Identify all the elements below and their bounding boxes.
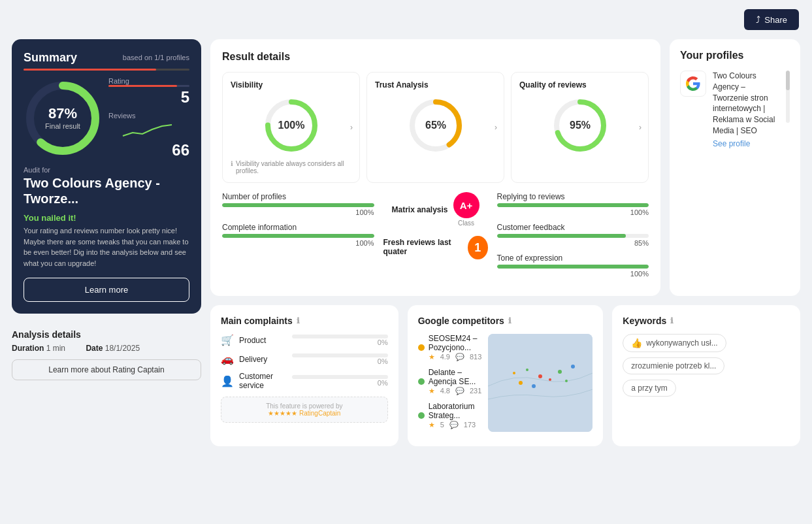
analysis-details: Analysis details Duration 1 min Date 18/…	[12, 329, 201, 380]
tone-expression-metric: Tone of expression 100%	[497, 254, 649, 278]
keyword-2-text: zrozumienie potrzeb kl...	[631, 361, 716, 370]
share-button[interactable]: Share	[744, 9, 799, 30]
competitor-3-review-icon: 💬	[449, 421, 459, 429]
donut-percent: 87%	[45, 105, 80, 122]
reviews-label: Reviews	[108, 112, 189, 120]
trust-chevron-icon[interactable]: ›	[495, 123, 497, 132]
svg-text:95%: 95%	[569, 120, 590, 131]
visibility-circle: 100%	[262, 96, 321, 155]
analysis-meta: Duration 1 min Date 18/1/2025	[12, 344, 201, 353]
analysis-title: Analysis details	[12, 329, 201, 340]
product-label: Product	[239, 336, 287, 345]
competitor-1-meta: ★ 4.9 💬 813	[429, 353, 482, 361]
replying-reviews-label: Replying to reviews	[497, 192, 649, 201]
matrix-class: Class	[453, 220, 479, 227]
bottom-row: Main complaints ℹ 🛒 Product 0% 🚗 Deliver…	[210, 305, 800, 446]
competitor-2-meta: ★ 4.8 💬 231	[429, 387, 482, 395]
delivery-label: Delivery	[239, 355, 287, 364]
reviews-value: 66	[108, 141, 189, 159]
duration-label: Duration 1 min	[12, 344, 74, 353]
svg-point-12	[538, 374, 542, 378]
keyword-1: 👍 wykonywanych usł...	[623, 334, 726, 352]
svg-point-20	[526, 368, 528, 371]
main-layout: Summary based on 1/1 profiles 87% Final …	[0, 39, 812, 458]
top-bar: Share	[0, 0, 812, 39]
donut-label: Final result	[45, 122, 80, 131]
learn-more-button[interactable]: Learn more	[24, 278, 189, 302]
fresh-reviews-value: 1	[468, 236, 487, 259]
competitor-3-meta: ★ 5 💬 173	[429, 421, 482, 429]
customer-service-complaint: 👤 Customer service 0%	[221, 372, 388, 390]
matrix-label: Matrix analysis	[391, 205, 447, 214]
svg-text:65%: 65%	[425, 120, 446, 131]
competitor-1-review-icon: 💬	[455, 353, 464, 361]
product-complaint: 🛒 Product 0%	[221, 334, 388, 346]
quality-circle: 95%	[551, 96, 609, 155]
learn-more-rc-button[interactable]: Learn more about Rating Captain	[12, 359, 201, 380]
date-label: Date 18/1/2025	[86, 344, 149, 353]
product-icon: 🛒	[221, 334, 234, 346]
customer-feedback-pct: 85%	[497, 239, 649, 247]
keywords-info-icon[interactable]: ℹ	[670, 316, 674, 325]
nailed-it-label: You nailed it!	[24, 213, 189, 223]
svg-point-16	[549, 378, 551, 381]
competitor-1-name: SEOSEM24 – Pozycjono...	[429, 334, 482, 352]
competitor-1-star-icon: ★	[429, 353, 435, 361]
keyword-tags: 👍 wykonywanych usł... zrozumienie potrze…	[623, 334, 790, 397]
product-pct: 0%	[292, 338, 387, 346]
google-competitors-card: Google competitors ℹ SEOSEM24 – Pozycjon…	[408, 305, 604, 446]
fresh-reviews-row: Fresh reviews last quater 1	[383, 236, 488, 259]
result-details-title: Result details	[222, 51, 649, 63]
competitor-2-review-icon: 💬	[455, 387, 464, 395]
competitor-3-reviews: 173	[464, 421, 476, 429]
company-name: Two Colours Agency - Tworzе...	[24, 175, 189, 206]
replying-reviews-pct: 100%	[497, 208, 649, 216]
tone-expression-label: Tone of expression	[497, 254, 649, 263]
competitor-1-dot	[418, 344, 425, 351]
trust-circle: 65%	[406, 96, 465, 155]
visibility-metric: Visibility 100% › ℹ Visibility variable …	[222, 72, 360, 183]
matrix-analysis-row: Matrix analysis A+ Class	[391, 192, 479, 227]
nailed-it-text: Your rating and reviews number look pret…	[24, 225, 189, 269]
competitor-2-reviews: 231	[470, 387, 481, 395]
customer-feedback-label: Customer feedback	[497, 223, 649, 232]
svg-text:100%: 100%	[278, 120, 304, 131]
competitor-3: Laboratorium Strateg... ★ 5 💬 173	[418, 402, 482, 429]
competitor-2-name: Delante – Agencja SE...	[429, 368, 482, 386]
see-profile-link[interactable]: See profile	[713, 139, 781, 148]
keyword-1-text: wykonywanych usł...	[646, 338, 717, 348]
svg-point-19	[571, 365, 575, 368]
competitors-map	[488, 334, 593, 432]
audit-for-label: Audit for	[24, 166, 189, 174]
trust-metric: Trust Analysis 65% ›	[366, 72, 504, 183]
number-of-profiles-label: Number of profiles	[222, 192, 374, 201]
competitor-1-info: SEOSEM24 – Pozycjono... ★ 4.9 💬 813	[429, 334, 482, 361]
left-metrics: Number of profiles 100% Complete informa…	[222, 192, 374, 284]
competitor-3-dot	[418, 412, 425, 419]
customer-feedback-metric: Customer feedback 85%	[497, 223, 649, 247]
competitor-2-star-icon: ★	[429, 387, 435, 395]
powered-by: This feature is powered by ★★★★★ RatingC…	[221, 397, 388, 423]
fresh-reviews-label: Fresh reviews last quater	[383, 238, 463, 256]
competitor-1-rating: 4.9	[440, 353, 450, 361]
matrix-badge: A+	[453, 192, 479, 218]
competitor-list: SEOSEM24 – Pozycjono... ★ 4.9 💬 813	[418, 334, 482, 436]
svg-point-15	[532, 384, 536, 388]
replying-reviews-metric: Replying to reviews 100%	[497, 192, 649, 216]
competitor-2-dot	[418, 378, 425, 385]
tone-expression-pct: 100%	[497, 270, 649, 278]
competitor-3-info: Laboratorium Strateg... ★ 5 💬 173	[429, 402, 482, 429]
visibility-chevron-icon[interactable]: ›	[350, 123, 353, 132]
your-profiles-card: Your profiles Two Colours Agency – Tworz…	[670, 39, 800, 296]
competitors-content: SEOSEM24 – Pozycjono... ★ 4.9 💬 813	[418, 334, 593, 436]
rating-value: 5	[108, 88, 189, 106]
keyword-2: zrozumienie potrzeb kl...	[623, 357, 724, 374]
competitor-3-star-icon: ★	[429, 421, 435, 429]
keyword-3: a przy tym	[623, 380, 675, 397]
complaints-info-icon[interactable]: ℹ	[297, 316, 300, 325]
keyword-3-text: a przy tym	[631, 384, 667, 393]
number-of-profiles-metric: Number of profiles 100%	[222, 192, 374, 216]
competitors-info-icon[interactable]: ℹ	[508, 316, 512, 325]
quality-chevron-icon[interactable]: ›	[639, 123, 641, 132]
details-bottom: Number of profiles 100% Complete informa…	[222, 192, 649, 284]
